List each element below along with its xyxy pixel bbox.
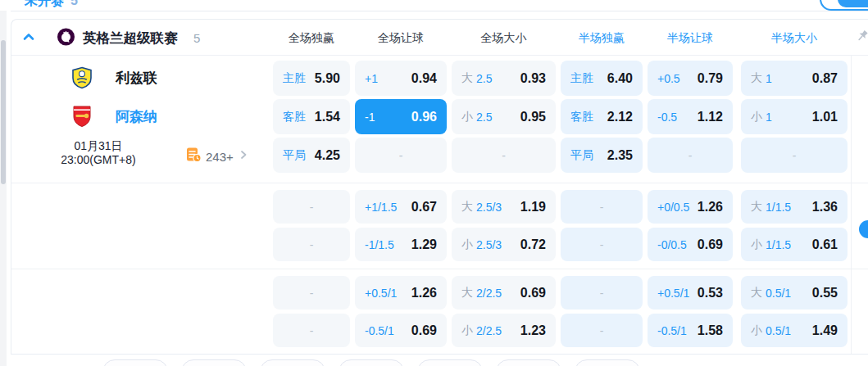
odds-label: 大1/1.5 xyxy=(751,200,791,215)
league-match-count: 5 xyxy=(193,20,200,55)
odds-cell[interactable]: 大2/2.50.69 xyxy=(452,276,556,310)
odds-cell[interactable]: 大10.87 xyxy=(741,61,848,96)
odds-label: 大1 xyxy=(751,71,772,86)
odds-label: -1 xyxy=(365,111,375,124)
collapse-league-button[interactable] xyxy=(21,29,36,44)
odds-cell[interactable]: 小2.50.95 xyxy=(452,99,556,134)
group-divider xyxy=(11,269,868,269)
pin-icon[interactable] xyxy=(855,29,868,43)
ou-prefix: 大 xyxy=(461,71,473,86)
odds-label: 大2.5/3 xyxy=(461,200,502,215)
odds-cell[interactable]: 客胜1.54 xyxy=(273,99,350,134)
odds-value: 2.35 xyxy=(607,148,633,163)
bottom-tab-pill[interactable] xyxy=(102,359,168,366)
odds-value: 0.87 xyxy=(812,71,838,86)
odds-label: 大0.5/1 xyxy=(751,286,791,300)
bottom-tab-pill[interactable] xyxy=(496,359,561,366)
odds-cell[interactable]: 大2.50.93 xyxy=(452,61,556,96)
ou-prefix: 小 xyxy=(461,323,473,338)
odds-cell[interactable]: +0.50.79 xyxy=(648,61,733,96)
odds-cell[interactable]: 小2.5/30.72 xyxy=(452,228,556,261)
header-divider xyxy=(11,55,868,56)
odds-cell[interactable]: +0.5/11.26 xyxy=(355,276,447,310)
column-header: 全场让球 xyxy=(355,20,447,55)
bottom-tab-pill[interactable] xyxy=(181,359,247,366)
odds-cell[interactable]: 主胜5.90 xyxy=(273,61,350,96)
odds-label: 客胜 xyxy=(283,110,306,124)
odds-cell[interactable]: +1/1.50.67 xyxy=(355,190,447,224)
odds-cell-empty: - xyxy=(561,228,643,261)
odds-label: 客胜 xyxy=(570,110,593,124)
odds-value: 1.58 xyxy=(698,323,723,338)
odds-value: 4.25 xyxy=(315,148,340,163)
bottom-tab-pill[interactable] xyxy=(575,359,640,366)
odds-cell-empty: - xyxy=(273,190,350,224)
odds-cell[interactable]: 大2.5/31.19 xyxy=(452,190,556,224)
column-header: 半场让球 xyxy=(648,20,733,55)
odds-cell[interactable]: 平局2.35 xyxy=(561,138,643,173)
odds-cell[interactable]: -1/1.51.29 xyxy=(355,228,447,261)
away-team-name[interactable]: 阿森纳 xyxy=(116,99,157,134)
ou-line: 1/1.5 xyxy=(766,201,791,214)
ou-prefix: 小 xyxy=(751,237,762,252)
column-header: 全场大小 xyxy=(452,20,556,55)
tab-not-started-count: 5 xyxy=(70,0,78,7)
odds-cell[interactable]: -0.5/11.58 xyxy=(648,314,733,347)
odds-cell[interactable]: 主胜6.40 xyxy=(561,61,643,96)
left-scrollbar-thumb[interactable] xyxy=(1,40,6,184)
odds-label: +1/1.5 xyxy=(365,201,397,214)
chevron-right-icon xyxy=(238,149,249,164)
odds-label: -1/1.5 xyxy=(365,238,394,251)
odds-label: +0.5/1 xyxy=(365,287,397,300)
odds-cell[interactable]: -0/0.50.69 xyxy=(648,228,733,261)
odds-cell[interactable]: -0.5/10.69 xyxy=(355,314,447,347)
league-card: 英格兰超级联赛 5 全场独赢全场让球全场大小半场独赢半场让球半场大小 利兹联 阿… xyxy=(11,19,868,355)
odds-cell-empty: - xyxy=(648,138,733,173)
odds-value: 0.55 xyxy=(812,286,838,300)
bottom-tab-pill[interactable] xyxy=(260,359,325,366)
odds-cell[interactable]: +0.5/10.53 xyxy=(648,276,733,310)
odds-value: 0.53 xyxy=(698,286,723,300)
odds-value: 0.69 xyxy=(520,286,546,300)
more-markets-link[interactable]: 243+ xyxy=(185,147,249,165)
ou-prefix: 小 xyxy=(751,323,762,338)
odds-value: 1.26 xyxy=(698,200,723,215)
odds-cell-empty: - xyxy=(273,314,350,347)
odds-cell[interactable]: -10.96 xyxy=(355,99,447,134)
odds-cell[interactable]: 大0.5/10.55 xyxy=(741,276,848,310)
league-name: 英格兰超级联赛 xyxy=(83,20,178,55)
odds-label: 主胜 xyxy=(283,71,306,86)
odds-value: 1.49 xyxy=(812,323,838,338)
ou-line: 2/2.5 xyxy=(476,287,502,300)
odds-value: 0.67 xyxy=(411,200,437,215)
odds-value: 5.90 xyxy=(315,71,340,86)
odds-cell[interactable]: +10.94 xyxy=(355,61,447,96)
odds-cell[interactable]: 小1/1.50.61 xyxy=(741,228,848,261)
top-right-toggle-fill xyxy=(838,0,868,7)
odds-value: 0.72 xyxy=(520,237,546,252)
odds-value: 1.36 xyxy=(812,200,838,215)
odds-cell[interactable]: -0.51.12 xyxy=(648,99,733,134)
bottom-tab-pill[interactable] xyxy=(417,359,483,366)
odds-cell[interactable]: 客胜2.12 xyxy=(561,99,643,134)
odds-cell-empty: - xyxy=(561,314,643,347)
odds-cell[interactable]: 大1/1.51.36 xyxy=(741,190,848,224)
match-datetime: 01月31日 23:00(GMT+8) xyxy=(11,139,185,167)
odds-cell[interactable]: +0/0.51.26 xyxy=(648,190,733,224)
ou-prefix: 大 xyxy=(751,286,762,300)
odds-cell[interactable]: 平局4.25 xyxy=(273,138,350,173)
ou-line: 0.5/1 xyxy=(766,287,791,300)
odds-cell[interactable]: 小11.01 xyxy=(741,99,848,134)
home-team-name[interactable]: 利兹联 xyxy=(116,61,157,96)
odds-label: +0.5/1 xyxy=(657,287,689,300)
odds-value: 1.26 xyxy=(411,286,437,300)
odds-label: +1 xyxy=(365,72,378,85)
tab-not-started[interactable]: 未开赛5 xyxy=(25,0,78,11)
top-right-toggle[interactable] xyxy=(820,0,868,11)
bottom-tab-pill[interactable] xyxy=(339,359,404,366)
odds-cell[interactable]: 小0.5/11.49 xyxy=(741,314,848,347)
odds-cell[interactable]: 小2/2.51.23 xyxy=(452,314,556,347)
ou-prefix: 大 xyxy=(461,200,473,215)
odds-value: 1.01 xyxy=(812,110,838,124)
odds-label: 小1/1.5 xyxy=(751,237,791,252)
